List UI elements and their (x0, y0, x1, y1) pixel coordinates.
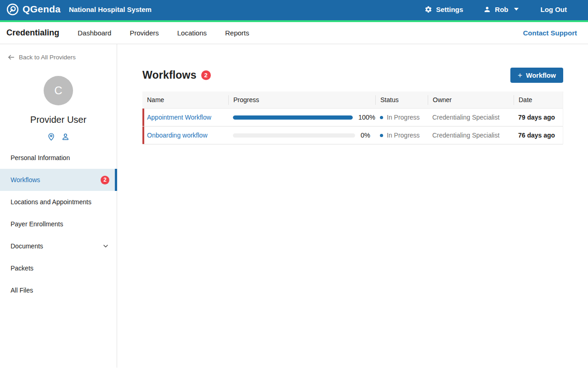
sidebar-item-label: Locations and Appointments (11, 198, 91, 206)
chevron-down-icon (514, 8, 519, 11)
logout-button[interactable]: Log Out (541, 6, 567, 13)
org-name: National Hospital System (69, 6, 152, 13)
sidebar-menu: Personal Information Workflows 2 Locatio… (0, 147, 117, 301)
status-dot-icon (380, 116, 383, 119)
owner-text: Credentialing Specialist (428, 114, 514, 121)
sidebar-item-payer-enrollments[interactable]: Payer Enrollments (0, 213, 117, 235)
sidebar-item-locations-and-appointments[interactable]: Locations and Appointments (0, 191, 117, 213)
table-row: Appointment Workflow 100% In Progress Cr… (142, 109, 563, 126)
date-text: 76 days ago (514, 132, 563, 139)
sidebar-item-label: Documents (11, 242, 43, 250)
workflows-count-badge: 2 (101, 176, 109, 184)
progress-percent: 100% (358, 114, 375, 121)
status-text: In Progress (387, 132, 420, 139)
logout-label: Log Out (541, 6, 567, 13)
user-name: Rob (495, 6, 508, 13)
column-header-owner: Owner (428, 95, 514, 105)
qgenda-logo[interactable]: QGenda (6, 3, 61, 16)
column-header-date: Date (514, 95, 563, 105)
nav-item-dashboard[interactable]: Dashboard (78, 29, 111, 37)
add-workflow-label: Workflow (526, 72, 556, 79)
user-menu[interactable]: Rob (483, 6, 518, 13)
plus-icon: + (518, 71, 522, 80)
workflows-table: Name Progress Status Owner Date Appointm… (142, 92, 563, 144)
sidebar-item-workflows[interactable]: Workflows 2 (0, 169, 117, 191)
module-nav: Credentialing Dashboard Providers Locati… (0, 22, 588, 44)
avatar-initial: C (54, 84, 62, 97)
sidebar-item-label: All Files (11, 287, 33, 294)
sidebar-item-packets[interactable]: Packets (0, 257, 117, 279)
date-text: 79 days ago (514, 114, 563, 121)
sidebar-item-documents[interactable]: Documents (0, 235, 117, 257)
status-text: In Progress (387, 114, 420, 121)
progress-bar (233, 115, 353, 120)
sidebar-item-label: Workflows (11, 176, 40, 184)
progress-bar (233, 133, 355, 138)
avatar: C (44, 76, 73, 105)
module-title: Credentialing (6, 28, 59, 38)
workflows-title-badge: 2 (201, 70, 211, 80)
provider-name: Provider User (0, 115, 117, 125)
back-link-label: Back to All Providers (19, 54, 76, 61)
table-header: Name Progress Status Owner Date (142, 92, 563, 109)
back-to-providers-link[interactable]: Back to All Providers (0, 50, 117, 65)
provider-sidebar: Back to All Providers C Provider User (0, 44, 117, 368)
add-workflow-button[interactable]: + Workflow (510, 68, 563, 83)
status-dot-icon (380, 134, 383, 137)
workflow-link[interactable]: Onboarding workflow (147, 132, 208, 139)
brand-name: QGenda (23, 4, 61, 15)
sidebar-item-all-files[interactable]: All Files (0, 279, 117, 301)
sidebar-item-label: Payer Enrollments (11, 220, 63, 228)
gear-icon (424, 6, 432, 13)
nav-item-locations[interactable]: Locations (177, 29, 207, 37)
owner-text: Credentialing Specialist (428, 132, 514, 139)
user-icon (483, 6, 491, 13)
person-icon[interactable] (61, 132, 70, 141)
settings-button[interactable]: Settings (424, 6, 463, 13)
sidebar-item-label: Personal Information (11, 154, 70, 161)
contact-support-link[interactable]: Contact Support (523, 29, 577, 37)
column-header-name: Name (142, 95, 228, 105)
nav-item-providers[interactable]: Providers (130, 29, 158, 37)
settings-label: Settings (436, 6, 463, 13)
location-pin-icon[interactable] (47, 132, 56, 141)
qgenda-logo-icon (6, 3, 19, 16)
sidebar-item-personal-information[interactable]: Personal Information (0, 147, 117, 169)
column-header-status: Status (375, 95, 428, 105)
progress-percent: 0% (361, 132, 370, 139)
arrow-left-icon (7, 53, 15, 61)
sidebar-item-label: Packets (11, 264, 34, 272)
nav-item-reports[interactable]: Reports (225, 29, 249, 37)
column-header-progress: Progress (228, 95, 375, 105)
table-row: Onboarding workflow 0% In Progress Crede… (142, 126, 563, 144)
workflow-link[interactable]: Appointment Workflow (147, 114, 211, 121)
top-bar: QGenda National Hospital System Settings… (0, 0, 588, 22)
page-title: Workflows (142, 69, 197, 81)
chevron-down-icon[interactable] (102, 242, 109, 250)
workflows-panel: Workflows 2 + Workflow Name Progress Sta… (117, 44, 588, 368)
